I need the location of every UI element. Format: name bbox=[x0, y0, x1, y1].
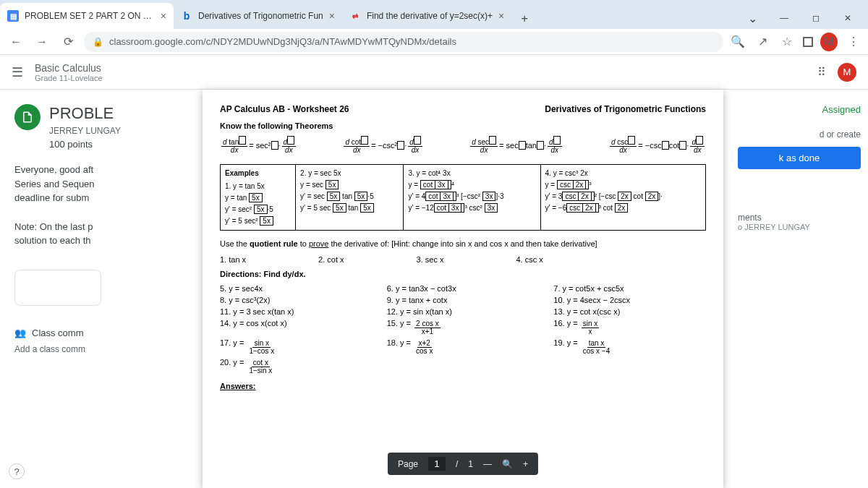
menu-icon[interactable]: ⋮ bbox=[845, 35, 862, 48]
maximize-button[interactable]: ◻ bbox=[801, 7, 830, 29]
url-input[interactable]: 🔒 classroom.google.com/c/NDY2MDUwNDg3NjQ… bbox=[84, 32, 723, 52]
problem-grid: 5. y = sec4x 6. y = tan3x − cot3x 7. y =… bbox=[220, 284, 706, 374]
account-avatar[interactable]: M bbox=[838, 63, 856, 82]
tab-label: PROBLEM SET 2 PART 2 ON DER bbox=[25, 11, 155, 21]
tab-3[interactable]: ⇄ Find the derivative of y=2sec(x)+ × bbox=[342, 3, 511, 29]
pdf-toolbar: Page / 1 — 🔍 + bbox=[388, 453, 538, 475]
assignment-points: 100 points bbox=[49, 139, 121, 150]
profile-avatar[interactable]: M bbox=[820, 33, 838, 51]
assignment-panel: PROBLE JERREY LUNGAY 100 points Everyone… bbox=[0, 90, 203, 488]
symbolab-icon: ⇄ bbox=[349, 10, 361, 22]
examples-table: Examples 1. y = tan 5x y = tan 5x y' = s… bbox=[220, 164, 706, 231]
forward-button[interactable]: → bbox=[32, 32, 52, 52]
add-comment-link[interactable]: Add a class comm bbox=[14, 344, 203, 354]
mark-done-button[interactable]: k as done bbox=[738, 147, 861, 169]
search-icon[interactable]: 🔍 bbox=[729, 35, 746, 48]
toolbar-icons: 🔍 ↗ ☆ M ⋮ bbox=[729, 33, 862, 51]
class-title: Basic Calculus bbox=[35, 62, 103, 74]
tab-1[interactable]: ▤ PROBLEM SET 2 PART 2 ON DER × bbox=[0, 3, 174, 29]
star-icon[interactable]: ☆ bbox=[778, 35, 796, 48]
page-input[interactable] bbox=[428, 457, 446, 471]
zoom-out-button[interactable]: — bbox=[483, 459, 492, 469]
quotient-problems: 1. tan x 2. cot x 3. sec x 4. csc x bbox=[220, 255, 706, 264]
zoom-in-button[interactable]: + bbox=[523, 459, 528, 469]
bartleby-icon: b bbox=[181, 10, 192, 22]
class-info[interactable]: Basic Calculus Grade 11-Lovelace bbox=[35, 62, 103, 82]
page-separator: / bbox=[456, 459, 458, 469]
close-icon[interactable]: × bbox=[161, 10, 166, 22]
add-create-partial[interactable]: d or create bbox=[738, 129, 861, 140]
private-comments-label: ments bbox=[738, 213, 861, 223]
minimize-button[interactable]: — bbox=[770, 7, 799, 29]
lock-icon: 🔒 bbox=[93, 37, 103, 47]
chevron-down-icon[interactable]: ⌄ bbox=[738, 7, 767, 29]
worksheet-title-left: AP Calculus AB - Worksheet 26 bbox=[220, 104, 349, 114]
address-bar: ← → ⟳ 🔒 classroom.google.com/c/NDY2MDUwN… bbox=[0, 29, 868, 55]
status-assigned: Assigned bbox=[738, 104, 861, 115]
close-window-button[interactable]: ✕ bbox=[833, 7, 862, 29]
theorems-heading: Know the following Theorems bbox=[220, 121, 706, 130]
pdf-viewer: AP Calculus AB - Worksheet 26 Derivative… bbox=[203, 90, 723, 488]
classroom-header: ☰ Basic Calculus Grade 11-Lovelace ⠿ M bbox=[0, 55, 868, 90]
assignment-title: PROBLE bbox=[49, 104, 121, 123]
back-button[interactable]: ← bbox=[6, 32, 26, 52]
directions-heading: Directions: Find dy/dx. bbox=[220, 270, 706, 278]
apps-grid-icon[interactable]: ⠿ bbox=[817, 65, 826, 79]
close-icon[interactable]: × bbox=[329, 10, 335, 22]
assignment-icon bbox=[14, 104, 41, 130]
page-label: Page bbox=[398, 459, 418, 469]
answers-heading: Answers: bbox=[220, 382, 706, 390]
browser-tab-strip: ▤ PROBLEM SET 2 PART 2 ON DER × b Deriva… bbox=[0, 0, 868, 29]
classroom-icon: ▤ bbox=[7, 10, 19, 22]
class-comments-header: 👥 Class comm bbox=[14, 328, 203, 338]
people-icon: 👥 bbox=[14, 328, 26, 338]
tab-2[interactable]: b Derivatives of Trigonometric Fun × bbox=[174, 3, 342, 29]
assignment-note: Note: On the last p solution to each th bbox=[14, 220, 203, 248]
tab-label: Derivatives of Trigonometric Fun bbox=[198, 11, 323, 21]
worksheet-page: AP Calculus AB - Worksheet 26 Derivative… bbox=[203, 90, 723, 405]
assignment-author: JERREY LUNGAY bbox=[49, 126, 121, 136]
window-controls: ⌄ — ◻ ✕ bbox=[738, 7, 868, 29]
worksheet-title-right: Derivatives of Trigonometric Functions bbox=[545, 104, 706, 114]
attachment-thumbnail[interactable] bbox=[14, 270, 101, 306]
reload-button[interactable]: ⟳ bbox=[58, 32, 78, 52]
new-tab-button[interactable]: + bbox=[514, 9, 535, 29]
your-work-panel: Assigned d or create k as done ments o J… bbox=[738, 104, 861, 231]
private-comment-to[interactable]: o JERREY LUNGAY bbox=[738, 223, 861, 231]
page-total: 1 bbox=[468, 459, 473, 469]
theorem-row: d tandx = sec²·ddx d cotdx = −csc²·ddx d… bbox=[220, 136, 706, 154]
url-text: classroom.google.com/c/NDY2MDUwNDg3NjQ3/… bbox=[109, 36, 456, 47]
tab-label: Find the derivative of y=2sec(x)+ bbox=[367, 11, 493, 21]
assignment-description: Everyone, good aft Series and Sequen dea… bbox=[14, 163, 203, 205]
hamburger-icon[interactable]: ☰ bbox=[12, 64, 23, 80]
class-section: Grade 11-Lovelace bbox=[35, 74, 103, 82]
help-button[interactable]: ? bbox=[9, 463, 25, 479]
close-icon[interactable]: × bbox=[498, 10, 504, 22]
zoom-icon[interactable]: 🔍 bbox=[502, 459, 513, 469]
reading-list-icon[interactable] bbox=[803, 37, 813, 47]
quotient-instruction: Use the quotient rule to prove the deriv… bbox=[220, 239, 706, 248]
share-icon[interactable]: ↗ bbox=[754, 35, 771, 48]
